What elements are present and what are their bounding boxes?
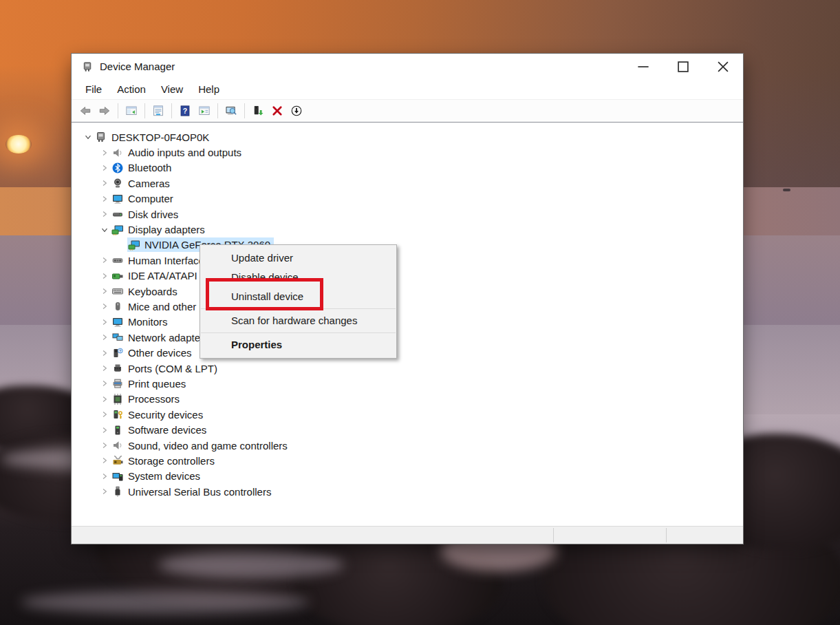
tree-item-security-devices[interactable]: Security devices — [72, 407, 743, 422]
tree-item-ide-ata-atapi-controllers[interactable]: IDE ATA/ATAPI controllers — [72, 268, 743, 284]
tree-item-mice-and-other-pointing-devices[interactable]: Mice and other pointing devices — [72, 299, 743, 314]
usb-icon — [111, 485, 124, 498]
close-button[interactable] — [703, 54, 743, 79]
menu-action[interactable]: Action — [109, 81, 153, 97]
action-pane-button[interactable] — [195, 102, 214, 120]
tree-item-storage-controllers[interactable]: Storage controllers — [72, 453, 743, 468]
tree-item-disk-drives[interactable]: Disk drives — [72, 206, 743, 222]
chevron-right-icon — [98, 270, 111, 282]
chevron-right-icon — [98, 347, 111, 359]
tree-indent — [72, 260, 98, 261]
tree-item-ports-com-lpt[interactable]: Ports (COM & LPT) — [72, 361, 743, 376]
context-menu-item-scan-for-hardware-changes[interactable]: Scan for hardware changes — [200, 311, 396, 330]
tree-item-system-devices[interactable]: System devices — [72, 469, 743, 484]
disable-device-button[interactable] — [287, 102, 306, 120]
tree-item-label: Audio inputs and outputs — [128, 147, 241, 158]
statusbar-divider — [553, 528, 554, 542]
tree-item-content: Sound, video and game controllers — [111, 438, 291, 453]
chevron-down-icon — [81, 131, 94, 143]
tree-item-display-adapters[interactable]: Display adapters — [72, 222, 743, 237]
toolbar-separator — [217, 103, 218, 118]
speaker-icon — [111, 147, 124, 159]
action-pane-icon — [198, 105, 211, 117]
software-icon — [111, 424, 124, 436]
tree-item-human-interface-devices[interactable]: Human Interface Devices — [72, 253, 743, 268]
tree-item-cameras[interactable]: Cameras — [72, 176, 743, 191]
tree-item-label: DESKTOP-0F4OP0K — [111, 131, 209, 143]
update-driver-button[interactable] — [248, 102, 268, 120]
tree-indent — [72, 137, 81, 138]
computer-chip-icon — [95, 131, 107, 143]
back-button[interactable] — [76, 102, 95, 120]
minimize-button[interactable] — [623, 54, 663, 79]
tree-item-label: System devices — [128, 470, 200, 482]
tree-item-software-devices[interactable]: Software devices — [72, 422, 743, 437]
menu-help[interactable]: Help — [191, 81, 227, 97]
tree-item-desktop-0f4op0k[interactable]: DESKTOP-0F4OP0K — [72, 129, 743, 145]
tree-item-content: Storage controllers — [111, 454, 218, 468]
ide-icon — [111, 270, 124, 282]
port-icon — [111, 362, 124, 374]
tree-item-label: Computer — [128, 193, 173, 204]
tree-item-label: Security devices — [128, 409, 203, 421]
tree-item-monitors[interactable]: Monitors — [72, 315, 743, 330]
menu-file[interactable]: File — [78, 81, 109, 97]
tree-item-processors[interactable]: Processors — [72, 392, 743, 407]
tree-indent — [72, 229, 98, 230]
forward-button[interactable] — [95, 102, 114, 120]
uninstall-device-button[interactable] — [268, 102, 287, 120]
tree-item-print-queues[interactable]: Print queues — [72, 376, 743, 391]
tree-indent — [72, 399, 98, 399]
device-manager-window: Device Manager FileActionViewHelp ? DESK… — [72, 54, 743, 544]
menu-view[interactable]: View — [153, 81, 191, 97]
keyboard-icon — [111, 285, 124, 297]
show-console-tree-button[interactable] — [122, 102, 141, 120]
tree-item-label: Print queues — [128, 378, 186, 390]
tree-item-keyboards[interactable]: Keyboards — [72, 284, 743, 299]
tree-indent — [72, 306, 98, 307]
security-icon — [111, 408, 124, 421]
scan-hardware-button[interactable] — [222, 102, 241, 120]
tree-item-universal-serial-bus-controllers[interactable]: Universal Serial Bus controllers — [72, 484, 743, 499]
device-manager-icon — [82, 61, 94, 72]
context-menu-item-update-driver[interactable]: Update driver — [200, 248, 396, 268]
tree-item-network-adapters[interactable]: Network adapters — [72, 330, 743, 345]
chevron-right-icon — [98, 300, 111, 312]
chevron-right-icon — [98, 408, 111, 421]
tree-item-label: Processors — [128, 393, 180, 405]
properties-window-icon — [152, 105, 164, 117]
processor-icon — [111, 393, 124, 405]
tree-item-content: Software devices — [111, 423, 210, 437]
disable-down-arrow-icon — [290, 105, 303, 117]
title-bar[interactable]: Device Manager — [72, 54, 743, 79]
tree-item-label: Other devices — [128, 347, 192, 359]
chevron-right-icon — [98, 254, 111, 266]
tree-indent — [72, 383, 98, 384]
tree-item-nvidia-geforce-rtx-3060[interactable]: NVIDIA GeForce RTX 3060 — [72, 237, 743, 253]
tree-item-other-devices[interactable]: ?Other devices — [72, 345, 743, 360]
tree-indent — [72, 214, 98, 215]
properties-button[interactable] — [149, 102, 168, 120]
window-title: Device Manager — [100, 61, 175, 72]
tree-indent — [72, 183, 98, 184]
forward-arrow-icon — [98, 105, 111, 117]
tree-item-bluetooth[interactable]: Bluetooth — [72, 160, 743, 176]
storage-icon — [111, 454, 124, 467]
sea-mist — [158, 551, 344, 578]
network-icon — [111, 331, 124, 343]
update-driver-icon — [252, 105, 264, 117]
toolbar-separator — [118, 103, 118, 118]
help-button[interactable]: ? — [175, 102, 195, 120]
tree-item-content: Network adapters — [111, 330, 213, 345]
tree-item-content: Security devices — [111, 407, 206, 422]
tree-item-audio-inputs-and-outputs[interactable]: Audio inputs and outputs — [72, 145, 743, 160]
chevron-right-icon — [98, 470, 111, 483]
tree-item-sound-video-and-game-controllers[interactable]: Sound, video and game controllers — [72, 438, 743, 453]
chevron-right-icon — [98, 147, 111, 159]
tree-item-label: Network adapters — [128, 332, 209, 343]
tree-item-computer[interactable]: Computer — [72, 191, 743, 206]
tree-item-label: Ports (COM & LPT) — [128, 363, 217, 374]
maximize-button[interactable] — [663, 54, 703, 79]
context-menu-item-properties[interactable]: Properties — [200, 335, 396, 354]
hid-icon — [111, 254, 124, 266]
